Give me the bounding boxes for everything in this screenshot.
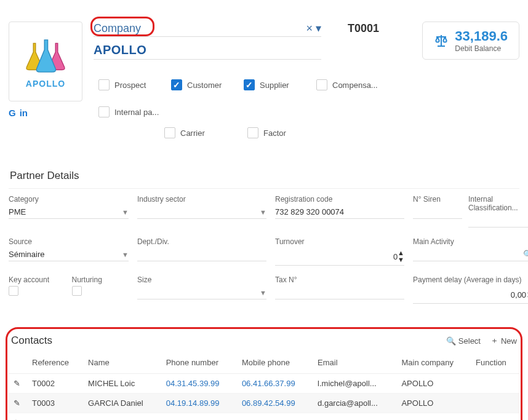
carrier-label: Carrier [180, 129, 205, 138]
payment-input[interactable]: ▲▼ [413, 286, 528, 304]
col-phone[interactable]: Phone number [161, 352, 237, 374]
tax-label: Tax N° [275, 275, 404, 284]
intclass-label: Internal Classification... [468, 195, 528, 212]
clear-dropdown[interactable]: × ▾ [306, 22, 321, 35]
col-email[interactable]: Email [313, 352, 396, 374]
category-select[interactable]: ▼ [9, 205, 129, 219]
plus-icon: ＋ [490, 335, 498, 346]
main-column: Company × ▾ T0001 APOLLO Prospect Custom… [94, 22, 411, 138]
turnover-input[interactable]: ▲▼ [275, 248, 404, 266]
logo-text: APOLLO [26, 79, 65, 89]
dept-input[interactable] [137, 248, 266, 261]
turnover-label: Turnover [275, 237, 404, 246]
col-ref[interactable]: Reference [27, 352, 83, 374]
nurturing-label: Nurturing [72, 275, 129, 284]
cell-ref: T0003 [27, 394, 83, 413]
cell-phone[interactable]: 04.19.14.89.99 [166, 398, 220, 408]
search-icon[interactable]: 🔍 [523, 250, 528, 259]
table-row[interactable]: ✎T0004DAVID Laurent04.73.26.45.9907.95.4… [9, 413, 519, 421]
registration-label: Registration code [275, 195, 404, 204]
customer-label: Customer [187, 81, 222, 90]
cell-company: APOLLO [396, 413, 471, 421]
cell-company: APOLLO [396, 374, 471, 394]
registration-input[interactable] [275, 205, 404, 219]
contacts-section: Contacts 🔍Select ＋New Reference Name Pho… [9, 330, 519, 420]
details-grid: Category ▼ Industry sector ▼ Registratio… [9, 195, 519, 304]
category-label: Category [9, 195, 129, 204]
col-mobile[interactable]: Mobile phone [237, 352, 313, 374]
social-links: G in [9, 108, 82, 118]
compensation-checkbox[interactable] [316, 79, 327, 90]
tax-input[interactable] [275, 286, 404, 299]
cell-func [471, 394, 519, 413]
internal-label: Internal pa... [114, 108, 159, 117]
internal-checkbox[interactable] [98, 106, 110, 117]
edit-icon[interactable]: ✎ [14, 379, 22, 388]
partner-type-select[interactable]: Company × ▾ [94, 22, 321, 37]
nurturing-checkbox[interactable] [72, 286, 82, 296]
partner-code: T0001 [348, 22, 379, 35]
payment-label: Payment delay (Average in days) [413, 275, 528, 284]
cell-email: l.michel@apoll... [313, 374, 396, 394]
partner-name: APOLLO [94, 43, 146, 57]
contacts-header: Contacts 🔍Select ＋New [9, 332, 519, 352]
chevron-down-icon: ▼ [260, 289, 266, 296]
linkedin-icon[interactable]: in [20, 108, 28, 118]
factor-label: Factor [263, 129, 286, 138]
col-func[interactable]: Function [471, 352, 519, 374]
keyacc-label: Key account [9, 275, 66, 284]
cell-mobile[interactable]: 06.41.66.37.99 [242, 379, 295, 388]
source-select[interactable]: ▼ [9, 248, 129, 261]
flask-icon [18, 34, 73, 77]
cell-phone[interactable]: 04.31.45.39.99 [166, 379, 220, 388]
cell-mobile[interactable]: 06.89.42.54.99 [242, 398, 295, 408]
col-name[interactable]: Name [83, 352, 161, 374]
dept-label: Dept./Div. [137, 237, 266, 246]
contacts-table: Reference Name Phone number Mobile phone… [9, 352, 519, 420]
company-line: Company × ▾ T0001 [94, 22, 411, 37]
spinner-icon[interactable]: ▲▼ [398, 250, 404, 263]
supplier-label: Supplier [260, 81, 289, 90]
prospect-label: Prospect [114, 81, 146, 90]
mainact-search[interactable]: 🔍 [413, 248, 528, 261]
cell-ref: T0004 [27, 413, 83, 421]
industry-label: Industry sector [137, 195, 266, 204]
new-button[interactable]: ＋New [490, 335, 517, 346]
partner-details-title: Partner Details [9, 166, 519, 186]
mainact-label: Main Activity [413, 237, 528, 246]
table-row[interactable]: ✎T0003GARCIA Daniel04.19.14.89.9906.89.4… [9, 394, 519, 413]
intclass-input[interactable] [468, 214, 528, 228]
compensation-label: Compensa... [332, 81, 378, 90]
cell-name: DAVID Laurent [83, 413, 161, 421]
supplier-checkbox[interactable] [244, 79, 255, 90]
select-button[interactable]: 🔍Select [446, 335, 481, 346]
edit-icon[interactable]: ✎ [14, 398, 22, 408]
source-label: Source [9, 237, 129, 246]
prospect-checkbox[interactable] [98, 79, 110, 90]
partner-logo[interactable]: APOLLO [9, 22, 82, 101]
cell-func [471, 413, 519, 421]
logo-column: APOLLO G in [9, 22, 82, 118]
cell-company: APOLLO [396, 394, 471, 413]
cell-name: MICHEL Loic [83, 374, 161, 394]
siren-label: N° Siren [413, 195, 462, 204]
factor-checkbox[interactable] [247, 127, 258, 138]
search-icon: 🔍 [446, 336, 456, 346]
balance-card[interactable]: 33,189.6 Debit Balance [422, 22, 519, 60]
keyacc-checkbox[interactable] [9, 286, 18, 296]
siren-input[interactable] [413, 205, 462, 219]
col-company[interactable]: Main company [396, 352, 471, 374]
size-select[interactable]: ▼ [137, 286, 266, 299]
google-icon[interactable]: G [9, 108, 16, 118]
table-row[interactable]: ✎T0002MICHEL Loic04.31.45.39.9906.41.66.… [9, 374, 519, 394]
cell-func [471, 374, 519, 394]
partner-type-value: Company [94, 22, 141, 35]
contacts-title: Contacts [11, 335, 52, 347]
partner-name-field[interactable]: APOLLO [94, 43, 321, 60]
industry-select[interactable]: ▼ [137, 205, 266, 219]
customer-checkbox[interactable] [171, 79, 182, 90]
cell-name: GARCIA Daniel [83, 394, 161, 413]
chevron-down-icon: ▼ [122, 251, 129, 258]
carrier-checkbox[interactable] [164, 127, 175, 138]
flags-row2: Carrier Factor [164, 127, 411, 138]
